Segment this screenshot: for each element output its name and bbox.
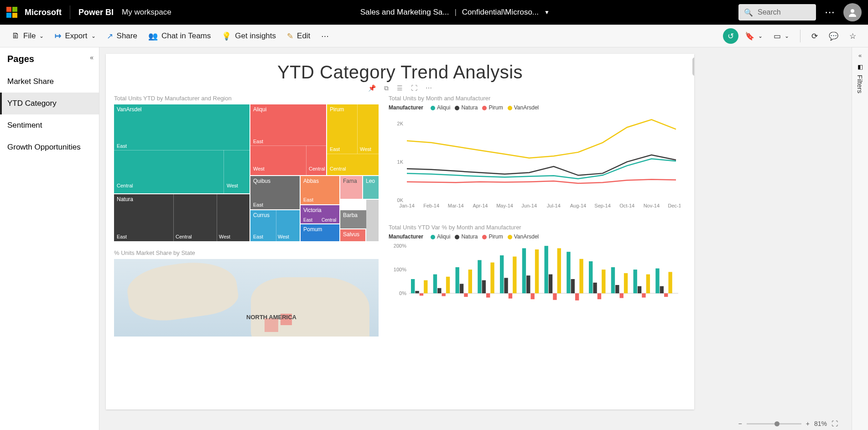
view-menu[interactable]: ▭⌄ — [769, 29, 794, 44]
collapse-pages-icon[interactable]: « — [90, 54, 94, 61]
svg-rect-44 — [545, 246, 548, 293]
svg-rect-22 — [420, 293, 423, 295]
svg-rect-57 — [615, 285, 619, 293]
chevron-down-icon: ⌄ — [39, 33, 44, 39]
svg-rect-66 — [664, 293, 668, 297]
more-options-icon[interactable]: ⋯ — [821, 3, 839, 21]
chat-teams-button[interactable]: 👥 Chat in Teams — [144, 29, 215, 44]
svg-rect-48 — [567, 252, 570, 293]
svg-text:1K: 1K — [397, 159, 404, 165]
bar-legend: Manufacturer AliquiNaturaPirumVanArsdel — [389, 233, 685, 240]
fit-page-icon[interactable]: ⛶ — [832, 420, 838, 427]
divider — [70, 5, 70, 19]
treemap-visual[interactable]: VanArsdel East Central West Natura East … — [114, 104, 379, 241]
svg-text:Dec-14: Dec-14 — [668, 203, 681, 208]
svg-rect-63 — [646, 275, 650, 294]
file-menu[interactable]: 🗎 File ⌄ — [7, 29, 48, 43]
report-canvas-wrapper: YTD Category Trend Analysis 📌 ⧉ ☰ ⛶ ⋯ To… — [99, 47, 852, 430]
separator: | — [454, 8, 456, 17]
map-visual[interactable]: NORTH AMERICA — [114, 259, 379, 337]
svg-text:Feb-14: Feb-14 — [423, 203, 439, 208]
comment-icon: 💬 — [829, 31, 838, 41]
svg-rect-40 — [522, 248, 526, 293]
search-icon: 🔍 — [744, 8, 753, 17]
svg-text:0%: 0% — [399, 290, 406, 296]
tm-vanarsdel[interactable]: VanArsdel East Central West — [114, 104, 249, 193]
svg-rect-61 — [638, 286, 641, 294]
svg-rect-37 — [504, 278, 508, 293]
tm-quibus[interactable]: Quibus East — [250, 176, 300, 209]
filter-icon[interactable]: ☰ — [397, 84, 403, 92]
focus-icon[interactable]: ⛶ — [411, 84, 417, 92]
edit-button[interactable]: ✎ Edit — [282, 29, 315, 44]
page-tab-ytd-category[interactable]: YTD Category — [0, 93, 99, 114]
app-name[interactable]: Power BI — [78, 8, 114, 17]
export-menu[interactable]: ↦ Export ⌄ — [50, 29, 100, 44]
svg-rect-25 — [437, 288, 441, 293]
export-icon: ↦ — [55, 31, 61, 41]
line-chart-visual[interactable]: 0K1K2KJan-14Feb-14Mar-14Apr-14May-14Jun-… — [389, 114, 681, 209]
tm-currus[interactable]: Currus East West — [250, 210, 300, 241]
zoom-slider[interactable] — [747, 423, 801, 425]
line-legend: Manufacturer AliquiNaturaPirumVanArsdel — [389, 104, 685, 111]
pin-icon[interactable]: 📌 — [368, 84, 376, 92]
share-button[interactable]: ↗ Share — [102, 29, 142, 44]
account-avatar-icon[interactable] — [843, 3, 862, 21]
microsoft-logo-icon — [6, 7, 17, 18]
svg-rect-50 — [575, 293, 579, 300]
page-tab-market-share[interactable]: Market Share — [0, 71, 99, 93]
file-label: File — [23, 31, 36, 41]
svg-rect-58 — [620, 293, 624, 298]
report-name[interactable]: Sales and Marketing Sa... — [360, 8, 449, 17]
svg-text:Jul-14: Jul-14 — [547, 203, 561, 208]
more-icon[interactable]: ⋯ — [426, 84, 432, 92]
more-toolbar-icon[interactable]: ⋯ — [317, 29, 333, 44]
tm-other[interactable] — [366, 200, 379, 241]
chevron-down-icon[interactable]: ▼ — [544, 9, 550, 16]
svg-rect-32 — [478, 260, 481, 293]
svg-rect-41 — [526, 275, 530, 293]
expand-filters-icon[interactable]: « — [858, 52, 862, 59]
svg-rect-24 — [433, 275, 437, 294]
tm-natura[interactable]: Natura East Central West — [114, 194, 249, 241]
comment-button[interactable]: 💬 — [824, 29, 843, 44]
refresh-button[interactable]: ⟳ — [807, 29, 822, 44]
search-input[interactable]: 🔍 Search — [738, 4, 816, 21]
svg-rect-54 — [598, 293, 601, 299]
zoom-out-button[interactable]: − — [738, 420, 742, 427]
workspace-breadcrumb[interactable]: My workspace — [122, 8, 172, 17]
get-insights-button[interactable]: 💡 Get insights — [217, 29, 281, 44]
scrollbar[interactable] — [692, 57, 694, 76]
tm-leo[interactable]: Leo — [363, 176, 379, 199]
sensitivity-label[interactable]: Confidential\Microso... — [462, 8, 539, 17]
copy-icon[interactable]: ⧉ — [384, 84, 389, 92]
page-tab-sentiment[interactable]: Sentiment — [0, 114, 99, 136]
svg-rect-45 — [549, 275, 552, 294]
line-chart-title: Total Units by Month and Manufacturer — [389, 95, 685, 102]
tm-pirum[interactable]: Pirum East West Central — [327, 104, 379, 175]
tm-abbas[interactable]: Abbas East — [301, 176, 339, 204]
bookmark-menu[interactable]: 🔖⌄ — [740, 29, 767, 44]
bookmark-icon: 🔖 — [745, 31, 754, 41]
page-tab-growth-opportunities[interactable]: Growth Opportunities — [0, 136, 99, 158]
zoom-in-button[interactable]: + — [806, 420, 810, 427]
tm-salvus[interactable]: Salvus — [340, 229, 365, 241]
export-label: Export — [65, 31, 87, 41]
bar-chart-visual[interactable]: 0%100%200% — [389, 243, 681, 306]
svg-text:Apr-14: Apr-14 — [473, 203, 488, 208]
tm-aliqui[interactable]: Aliqui East West Central — [250, 104, 326, 175]
treemap-title: Total Units YTD by Manufacturer and Regi… — [114, 95, 383, 102]
report-canvas: YTD Category Trend Analysis 📌 ⧉ ☰ ⛶ ⋯ To… — [106, 54, 694, 409]
star-icon: ☆ — [849, 31, 856, 41]
tm-fama[interactable]: Fama — [340, 176, 362, 199]
share-icon: ↗ — [107, 31, 113, 41]
svg-rect-36 — [500, 255, 504, 293]
svg-rect-39 — [513, 257, 516, 294]
filters-pane-collapsed[interactable]: « ◧ Filters — [852, 47, 868, 430]
tm-victoria[interactable]: Victoria East Central — [301, 205, 339, 223]
share-label: Share — [117, 31, 137, 41]
tm-pomum[interactable]: Pomum — [301, 224, 339, 241]
reset-button[interactable]: ↺ — [723, 28, 738, 44]
favorite-button[interactable]: ☆ — [845, 29, 861, 44]
file-icon: 🗎 — [12, 31, 20, 41]
